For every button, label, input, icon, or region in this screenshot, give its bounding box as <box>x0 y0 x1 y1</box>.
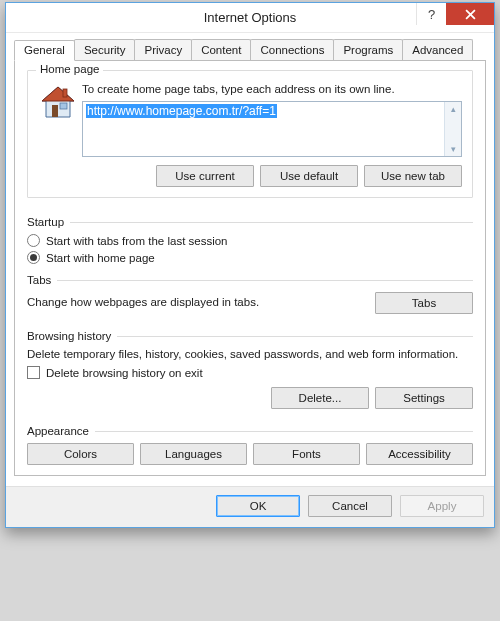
group-appearance: Appearance Colors Languages Fonts Access… <box>27 419 473 465</box>
use-new-tab-button[interactable]: Use new tab <box>364 165 462 187</box>
group-tabs: Tabs Change how webpages are displayed i… <box>27 268 473 314</box>
ok-button[interactable]: OK <box>216 495 300 517</box>
radio-label: Start with tabs from the last session <box>46 235 228 247</box>
use-default-button[interactable]: Use default <box>260 165 358 187</box>
cancel-button[interactable]: Cancel <box>308 495 392 517</box>
chevron-down-icon: ▾ <box>445 144 461 154</box>
history-settings-button[interactable]: Settings <box>375 387 473 409</box>
group-legend-tabs: Tabs <box>27 274 51 286</box>
divider <box>57 280 473 281</box>
radio-icon <box>27 234 40 247</box>
home-page-url-value: http://www.homepage.com.tr/?aff=1 <box>86 104 277 118</box>
history-description: Delete temporary files, history, cookies… <box>27 348 473 360</box>
home-icon <box>38 83 78 127</box>
radio-start-last-session[interactable]: Start with tabs from the last session <box>27 234 473 247</box>
tab-programs[interactable]: Programs <box>333 39 403 60</box>
fonts-button[interactable]: Fonts <box>253 443 360 465</box>
languages-button[interactable]: Languages <box>140 443 247 465</box>
tab-panel-general: Home page To create home page tabs, type… <box>14 60 486 476</box>
use-current-button[interactable]: Use current <box>156 165 254 187</box>
scrollbar[interactable]: ▴ ▾ <box>444 102 461 156</box>
home-page-hint: To create home page tabs, type each addr… <box>82 83 462 95</box>
home-page-url-input[interactable]: http://www.homepage.com.tr/?aff=1 ▴ ▾ <box>82 101 462 157</box>
radio-icon <box>27 251 40 264</box>
checkbox-icon <box>27 366 40 379</box>
group-browsing-history: Browsing history Delete temporary files,… <box>27 324 473 409</box>
close-button[interactable] <box>446 3 494 25</box>
tabs-button[interactable]: Tabs <box>375 292 473 314</box>
group-legend-startup: Startup <box>27 216 64 228</box>
accessibility-button[interactable]: Accessibility <box>366 443 473 465</box>
colors-button[interactable]: Colors <box>27 443 134 465</box>
svg-marker-3 <box>42 87 74 101</box>
checkbox-delete-on-exit[interactable]: Delete browsing history on exit <box>27 366 473 379</box>
apply-button[interactable]: Apply <box>400 495 484 517</box>
dialog-footer: OK Cancel Apply <box>6 486 494 527</box>
radio-start-home-page[interactable]: Start with home page <box>27 251 473 264</box>
tab-general[interactable]: General <box>14 40 75 61</box>
group-startup: Startup Start with tabs from the last se… <box>27 210 473 264</box>
delete-button[interactable]: Delete... <box>271 387 369 409</box>
chevron-up-icon: ▴ <box>445 104 461 114</box>
tab-advanced[interactable]: Advanced <box>402 39 473 60</box>
divider <box>117 336 473 337</box>
group-legend-home-page: Home page <box>36 63 103 75</box>
close-icon <box>465 9 476 20</box>
svg-rect-1 <box>52 105 58 117</box>
tab-connections[interactable]: Connections <box>250 39 334 60</box>
help-button[interactable] <box>416 3 446 25</box>
svg-rect-2 <box>60 103 67 109</box>
internet-options-dialog: Internet Options General Security Privac… <box>5 2 495 528</box>
group-legend-history: Browsing history <box>27 330 111 342</box>
divider <box>95 431 473 432</box>
window-controls <box>416 3 494 25</box>
tab-privacy[interactable]: Privacy <box>134 39 192 60</box>
svg-rect-4 <box>63 89 67 97</box>
checkbox-label: Delete browsing history on exit <box>46 367 203 379</box>
group-home-page: Home page To create home page tabs, type… <box>27 70 473 198</box>
titlebar: Internet Options <box>6 3 494 33</box>
group-legend-appearance: Appearance <box>27 425 89 437</box>
client-area: General Security Privacy Content Connect… <box>6 33 494 486</box>
tabs-description: Change how webpages are displayed in tab… <box>27 296 375 308</box>
divider <box>70 222 473 223</box>
tab-content[interactable]: Content <box>191 39 251 60</box>
radio-label: Start with home page <box>46 252 155 264</box>
tab-security[interactable]: Security <box>74 39 136 60</box>
tab-strip: General Security Privacy Content Connect… <box>14 39 486 61</box>
